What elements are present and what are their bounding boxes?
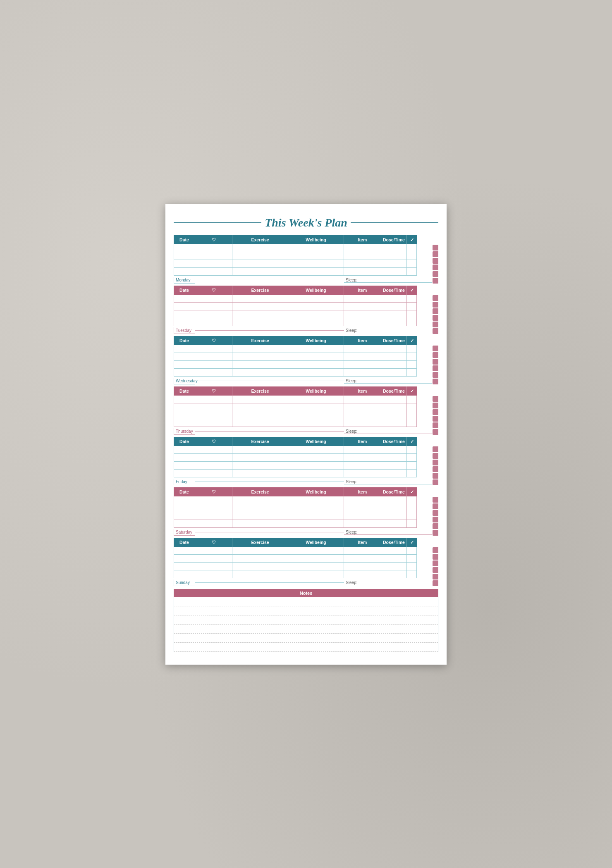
body-cell-r3-c6[interactable] <box>407 268 417 276</box>
body-cell-r0-c0[interactable] <box>174 295 195 303</box>
body-cell-r3-c6[interactable] <box>407 419 417 427</box>
body-cell-r2-c5[interactable] <box>381 512 407 520</box>
body-cell-r1-c0[interactable] <box>174 555 195 563</box>
body-cell-r2-c0[interactable] <box>174 310 195 318</box>
body-cell-r2-c2[interactable] <box>232 462 288 470</box>
body-cell-r3-c2[interactable] <box>232 369 288 377</box>
body-cell-r3-c3[interactable] <box>288 520 344 528</box>
body-cell-r2-c2[interactable] <box>232 512 288 520</box>
body-cell-r1-c4[interactable] <box>344 303 381 310</box>
body-cell-r2-c1[interactable] <box>195 411 232 419</box>
body-cell-r3-c5[interactable] <box>381 470 407 477</box>
body-cell-r0-c5[interactable] <box>381 396 407 403</box>
body-cell-r1-c4[interactable] <box>344 555 381 563</box>
body-cell-r0-c6[interactable] <box>407 396 417 403</box>
body-cell-r0-c1[interactable] <box>195 547 232 555</box>
body-cell-r2-c1[interactable] <box>195 563 232 570</box>
body-cell-r3-c6[interactable] <box>407 520 417 528</box>
body-cell-r2-c6[interactable] <box>407 260 417 268</box>
body-cell-r1-c5[interactable] <box>381 252 407 260</box>
body-cell-r1-c0[interactable] <box>174 303 195 310</box>
body-cell-r3-c2[interactable] <box>232 268 288 276</box>
body-cell-r0-c3[interactable] <box>288 547 344 555</box>
body-cell-r1-c4[interactable] <box>344 504 381 512</box>
body-cell-r2-c0[interactable] <box>174 260 195 268</box>
body-cell-r0-c4[interactable] <box>344 446 381 454</box>
body-cell-r0-c4[interactable] <box>344 295 381 303</box>
body-cell-r0-c5[interactable] <box>381 244 407 252</box>
body-cell-r3-c0[interactable] <box>174 318 195 326</box>
notes-line-5[interactable] <box>174 643 438 652</box>
body-cell-r0-c3[interactable] <box>288 396 344 403</box>
notes-line-1[interactable] <box>174 606 438 615</box>
body-cell-r0-c3[interactable] <box>288 295 344 303</box>
body-cell-r1-c6[interactable] <box>407 403 417 411</box>
body-cell-r3-c3[interactable] <box>288 268 344 276</box>
body-cell-r3-c6[interactable] <box>407 470 417 477</box>
body-cell-r1-c6[interactable] <box>407 454 417 462</box>
body-cell-r2-c5[interactable] <box>381 411 407 419</box>
body-cell-r0-c2[interactable] <box>232 496 288 504</box>
body-cell-r2-c0[interactable] <box>174 563 195 570</box>
body-cell-r0-c1[interactable] <box>195 345 232 353</box>
body-cell-r2-c6[interactable] <box>407 361 417 369</box>
body-cell-r1-c6[interactable] <box>407 555 417 563</box>
body-cell-r2-c0[interactable] <box>174 361 195 369</box>
body-cell-r1-c0[interactable] <box>174 504 195 512</box>
body-cell-r1-c3[interactable] <box>288 504 344 512</box>
body-cell-r0-c0[interactable] <box>174 496 195 504</box>
body-cell-r3-c6[interactable] <box>407 570 417 578</box>
body-cell-r2-c2[interactable] <box>232 310 288 318</box>
body-cell-r1-c5[interactable] <box>381 504 407 512</box>
body-cell-r2-c0[interactable] <box>174 462 195 470</box>
body-cell-r0-c2[interactable] <box>232 446 288 454</box>
body-cell-r0-c6[interactable] <box>407 547 417 555</box>
body-cell-r0-c0[interactable] <box>174 345 195 353</box>
body-cell-r1-c1[interactable] <box>195 403 232 411</box>
body-cell-r1-c0[interactable] <box>174 353 195 361</box>
body-cell-r0-c6[interactable] <box>407 244 417 252</box>
body-cell-r0-c2[interactable] <box>232 547 288 555</box>
notes-line-2[interactable] <box>174 615 438 625</box>
body-cell-r2-c1[interactable] <box>195 361 232 369</box>
body-cell-r3-c2[interactable] <box>232 419 288 427</box>
body-cell-r0-c3[interactable] <box>288 446 344 454</box>
body-cell-r0-c5[interactable] <box>381 446 407 454</box>
body-cell-r2-c5[interactable] <box>381 310 407 318</box>
body-cell-r3-c3[interactable] <box>288 318 344 326</box>
body-cell-r3-c0[interactable] <box>174 470 195 477</box>
body-cell-r3-c5[interactable] <box>381 419 407 427</box>
body-cell-r1-c4[interactable] <box>344 252 381 260</box>
body-cell-r3-c5[interactable] <box>381 520 407 528</box>
body-cell-r1-c5[interactable] <box>381 303 407 310</box>
body-cell-r1-c1[interactable] <box>195 303 232 310</box>
body-cell-r1-c5[interactable] <box>381 403 407 411</box>
body-cell-r1-c4[interactable] <box>344 353 381 361</box>
body-cell-r0-c1[interactable] <box>195 446 232 454</box>
body-cell-r1-c3[interactable] <box>288 555 344 563</box>
body-cell-r3-c1[interactable] <box>195 419 232 427</box>
body-cell-r0-c0[interactable] <box>174 396 195 403</box>
body-cell-r3-c3[interactable] <box>288 570 344 578</box>
body-cell-r2-c1[interactable] <box>195 512 232 520</box>
body-cell-r0-c4[interactable] <box>344 345 381 353</box>
body-cell-r1-c4[interactable] <box>344 403 381 411</box>
body-cell-r1-c2[interactable] <box>232 403 288 411</box>
body-cell-r3-c0[interactable] <box>174 369 195 377</box>
body-cell-r0-c5[interactable] <box>381 345 407 353</box>
body-cell-r2-c2[interactable] <box>232 260 288 268</box>
body-cell-r2-c3[interactable] <box>288 361 344 369</box>
body-cell-r2-c6[interactable] <box>407 310 417 318</box>
body-cell-r3-c5[interactable] <box>381 268 407 276</box>
body-cell-r1-c1[interactable] <box>195 504 232 512</box>
body-cell-r0-c3[interactable] <box>288 345 344 353</box>
body-cell-r3-c1[interactable] <box>195 520 232 528</box>
body-cell-r3-c4[interactable] <box>344 470 381 477</box>
body-cell-r1-c3[interactable] <box>288 454 344 462</box>
body-cell-r3-c4[interactable] <box>344 369 381 377</box>
body-cell-r1-c3[interactable] <box>288 252 344 260</box>
body-cell-r0-c2[interactable] <box>232 345 288 353</box>
body-cell-r1-c5[interactable] <box>381 555 407 563</box>
body-cell-r2-c2[interactable] <box>232 411 288 419</box>
body-cell-r3-c4[interactable] <box>344 419 381 427</box>
